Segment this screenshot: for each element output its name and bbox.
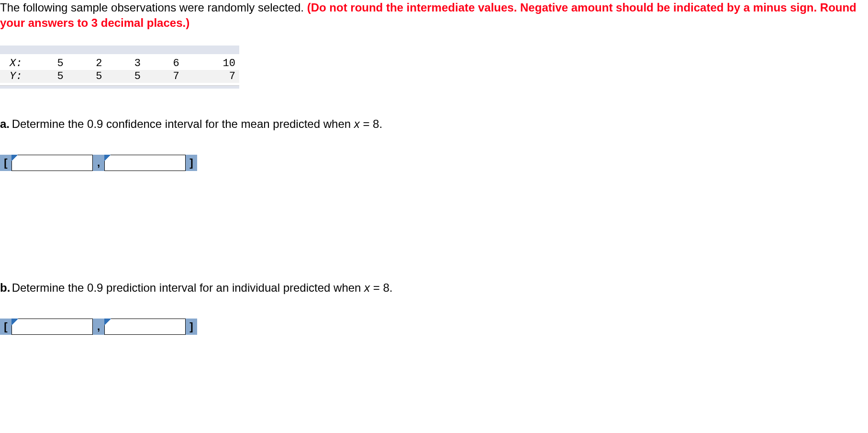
qb-label: b. xyxy=(0,281,9,295)
data-table-container: X: 5 2 3 6 10 Y: 5 5 5 7 7 xyxy=(0,46,239,89)
flag-icon xyxy=(104,319,111,325)
open-bracket-icon: [ xyxy=(0,319,11,335)
comma-icon: , xyxy=(93,155,104,171)
flag-icon xyxy=(11,155,18,161)
qb-eq: = 8. xyxy=(370,281,392,294)
y-4: 7 xyxy=(145,70,183,83)
close-bracket-icon: ] xyxy=(186,319,197,335)
qa-label: a. xyxy=(0,117,9,131)
y-5: 7 xyxy=(183,70,239,83)
question-b: b. Determine the 0.9 prediction interval… xyxy=(0,281,868,295)
input-a-low-cell[interactable] xyxy=(11,155,93,171)
y-3: 5 xyxy=(106,70,145,83)
y-label: Y: xyxy=(0,70,29,83)
y-2: 5 xyxy=(67,70,106,83)
question-a: a. Determine the 0.9 confidence interval… xyxy=(0,117,868,131)
table-footer-bar xyxy=(0,86,239,89)
table-row-x: X: 5 2 3 6 10 xyxy=(0,57,239,70)
x-label: X: xyxy=(0,57,29,70)
table-row-y: Y: 5 5 5 7 7 xyxy=(0,70,239,83)
qb-var: x xyxy=(364,281,370,294)
qb-text: Determine the 0.9 prediction interval fo… xyxy=(12,281,364,294)
comma-icon: , xyxy=(93,319,104,335)
answer-b: [ , ] xyxy=(0,319,868,335)
qa-eq: = 8. xyxy=(360,117,382,130)
input-b-high[interactable] xyxy=(105,319,185,334)
y-1: 5 xyxy=(29,70,67,83)
x-2: 2 xyxy=(67,57,106,70)
input-b-low-cell[interactable] xyxy=(11,319,93,335)
table-header-bar xyxy=(0,46,239,54)
data-table: X: 5 2 3 6 10 Y: 5 5 5 7 7 xyxy=(0,46,239,89)
x-5: 10 xyxy=(183,57,239,70)
answer-a: [ , ] xyxy=(0,155,868,171)
question-intro: The following sample observations were r… xyxy=(0,0,868,31)
open-bracket-icon: [ xyxy=(0,155,11,171)
input-a-high[interactable] xyxy=(105,155,185,171)
x-4: 6 xyxy=(145,57,183,70)
input-a-low[interactable] xyxy=(12,155,92,171)
qa-text: Determine the 0.9 confidence interval fo… xyxy=(12,117,354,130)
x-1: 5 xyxy=(29,57,67,70)
flag-icon xyxy=(11,319,18,325)
input-b-low[interactable] xyxy=(12,319,92,334)
input-b-high-cell[interactable] xyxy=(104,319,186,335)
input-a-high-cell[interactable] xyxy=(104,155,186,171)
intro-lead: The following sample observations were r… xyxy=(0,1,307,14)
flag-icon xyxy=(104,155,111,161)
qa-var: x xyxy=(354,117,360,130)
close-bracket-icon: ] xyxy=(186,155,197,171)
x-3: 3 xyxy=(106,57,145,70)
